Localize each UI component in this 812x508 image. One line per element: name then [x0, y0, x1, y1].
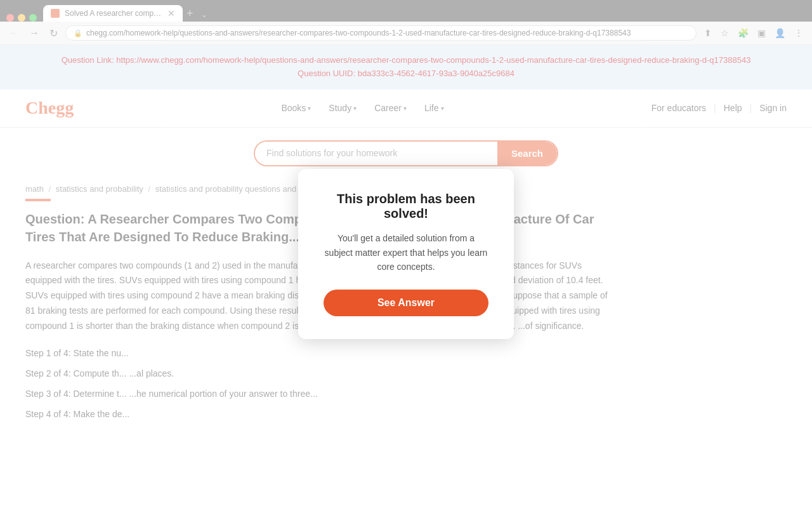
modal-title: This problem has been solved! [324, 192, 488, 221]
modal-body: You'll get a detailed solution from a su… [324, 231, 488, 274]
solved-modal: This problem has been solved! You'll get… [298, 169, 514, 338]
modal-overlay: This problem has been solved! You'll get… [0, 0, 812, 451]
see-answer-button[interactable]: See Answer [324, 290, 488, 316]
